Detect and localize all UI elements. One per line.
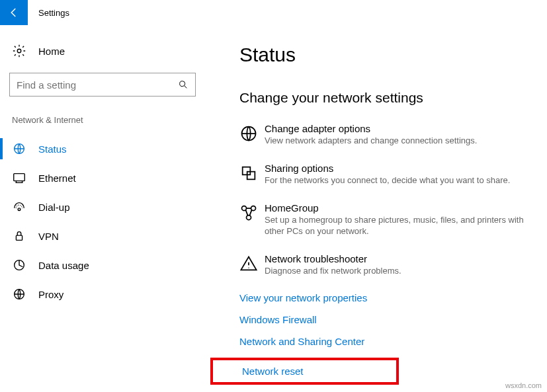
link-network-properties[interactable]: View your network properties xyxy=(239,292,534,303)
main-content: Status Change your network settings Chan… xyxy=(205,25,547,385)
watermark: wsxdn.com xyxy=(505,381,542,389)
setting-title: Change adapter options xyxy=(265,123,534,134)
link-network-sharing-center[interactable]: Network and Sharing Center xyxy=(239,336,534,347)
sidebar-item-vpn[interactable]: VPN xyxy=(9,221,196,251)
setting-title: HomeGroup xyxy=(265,202,534,214)
sidebar-item-label: Data usage xyxy=(38,260,89,271)
svg-point-0 xyxy=(17,49,21,53)
svg-point-13 xyxy=(247,215,251,219)
section-title: Change your network settings xyxy=(239,90,534,106)
vpn-icon xyxy=(12,229,26,243)
svg-point-4 xyxy=(18,208,21,211)
link-network-reset[interactable]: Network reset xyxy=(242,366,304,377)
dialup-icon xyxy=(12,200,26,214)
highlight-box: Network reset xyxy=(210,358,399,385)
svg-rect-3 xyxy=(14,174,25,181)
setting-desc: View network adapters and change connect… xyxy=(265,136,534,147)
setting-homegroup[interactable]: HomeGroup Set up a homegroup to share pi… xyxy=(239,202,534,237)
sidebar-item-status[interactable]: Status xyxy=(9,134,196,163)
data-usage-icon xyxy=(12,258,26,272)
setting-desc: For the networks you connect to, decide … xyxy=(265,175,534,186)
svg-rect-9 xyxy=(243,167,251,175)
sidebar: Home Network & Internet Status Ethernet xyxy=(0,25,205,385)
svg-point-1 xyxy=(180,81,185,87)
sidebar-item-dialup[interactable]: Dial-up xyxy=(9,192,196,221)
warning-icon xyxy=(239,255,258,273)
search-input[interactable] xyxy=(17,79,178,91)
category-header: Network & Internet xyxy=(9,115,196,125)
sharing-icon xyxy=(239,164,258,182)
setting-sharing-options[interactable]: Sharing options For the networks you con… xyxy=(239,163,534,186)
arrow-left-icon xyxy=(8,7,20,19)
setting-troubleshooter[interactable]: Network troubleshooter Diagnose and fix … xyxy=(239,253,534,277)
sidebar-item-label: Status xyxy=(38,143,67,155)
sidebar-item-label: Proxy xyxy=(38,289,63,300)
globe-icon xyxy=(239,124,258,143)
svg-rect-10 xyxy=(247,172,255,180)
link-list: View your network properties Windows Fir… xyxy=(239,292,534,385)
sidebar-item-ethernet[interactable]: Ethernet xyxy=(9,163,196,192)
setting-title: Network troubleshooter xyxy=(265,253,534,264)
sidebar-item-datausage[interactable]: Data usage xyxy=(9,251,196,280)
home-label: Home xyxy=(38,46,65,57)
header-title: Settings xyxy=(38,8,69,18)
link-windows-firewall[interactable]: Windows Firewall xyxy=(239,314,534,325)
proxy-icon xyxy=(12,287,26,301)
gear-icon xyxy=(12,44,26,58)
setting-adapter-options[interactable]: Change adapter options View network adap… xyxy=(239,123,534,147)
sidebar-item-label: Dial-up xyxy=(38,202,70,213)
setting-desc: Set up a homegroup to share pictures, mu… xyxy=(265,215,534,237)
sidebar-item-proxy[interactable]: Proxy xyxy=(9,280,196,309)
back-button[interactable] xyxy=(0,0,28,25)
status-icon xyxy=(12,141,26,156)
page-title: Status xyxy=(239,44,534,66)
sidebar-item-label: Ethernet xyxy=(38,173,76,184)
header-bar: Settings xyxy=(0,0,547,25)
svg-rect-5 xyxy=(16,235,22,240)
search-icon xyxy=(178,79,189,90)
ethernet-icon xyxy=(12,171,26,185)
setting-title: Sharing options xyxy=(265,163,534,174)
setting-desc: Diagnose and fix network problems. xyxy=(265,266,534,277)
sidebar-item-label: VPN xyxy=(38,231,59,242)
search-box[interactable] xyxy=(9,73,196,97)
homegroup-icon xyxy=(239,204,258,222)
home-button[interactable]: Home xyxy=(9,38,196,63)
